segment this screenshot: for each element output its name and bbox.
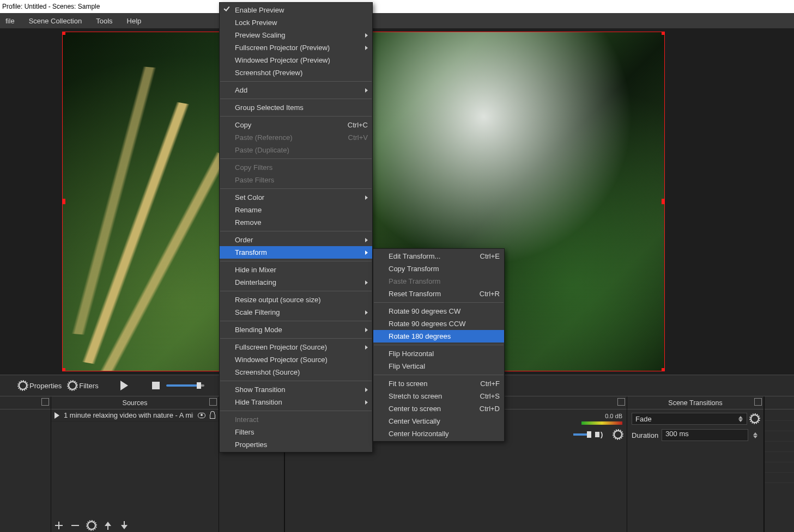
updown-icon[interactable] (751, 429, 759, 441)
separator (220, 321, 372, 321)
ctx-windowed-projector-preview[interactable]: Windowed Projector (Preview) (220, 54, 372, 66)
ctx-edit-transform[interactable]: Edit Transform...Ctrl+E (373, 250, 504, 262)
menu-profile[interactable]: file (0, 15, 20, 27)
popout-icon[interactable] (754, 398, 762, 406)
ctx-screenshot-preview[interactable]: Screenshot (Preview) (220, 66, 372, 79)
ctx-group-selected[interactable]: Group Selected Items (220, 101, 372, 114)
ctx-add[interactable]: Add (220, 84, 372, 96)
title-bar: Profile: Untitled - Scenes: Sample (0, 0, 794, 13)
panel-header (765, 396, 794, 409)
separator (220, 231, 372, 231)
ctx-fit-to-screen[interactable]: Fit to screenCtrl+F (373, 377, 504, 390)
ctx-flip-vertical[interactable]: Flip Vertical (373, 360, 504, 372)
resize-handle[interactable] (662, 368, 665, 371)
gear-icon[interactable] (87, 521, 96, 530)
menu-bar: file Scene Collection Tools Help (0, 13, 794, 28)
filters-label: Filters (79, 382, 98, 390)
slider-thumb[interactable] (587, 431, 591, 438)
resize-handle[interactable] (662, 32, 665, 35)
chevron-right-icon (365, 400, 368, 405)
popout-icon[interactable] (617, 398, 625, 406)
chevron-right-icon (365, 238, 368, 242)
source-tools (54, 521, 129, 530)
ctx-center-to-screen[interactable]: Center to screenCtrl+D (373, 402, 504, 415)
duration-input[interactable]: 300 ms (662, 429, 748, 441)
ctx-windowed-projector-source[interactable]: Windowed Projector (Source) (220, 353, 372, 366)
play-icon[interactable] (120, 381, 128, 390)
ctx-order[interactable]: Order (220, 234, 372, 246)
gear-icon[interactable] (750, 414, 759, 423)
ctx-properties[interactable]: Properties (220, 438, 372, 451)
source-item[interactable]: 1 minute relaxing video with nature - A … (51, 409, 219, 421)
speaker-icon[interactable] (595, 432, 599, 437)
panel-header: Scene Transitions (627, 396, 763, 409)
ctx-copy-filters: Copy Filters (220, 161, 372, 174)
popout-icon[interactable] (41, 398, 49, 406)
move-up-icon[interactable] (104, 521, 112, 530)
add-icon[interactable] (54, 521, 63, 530)
ctx-hide-in-mixer[interactable]: Hide in Mixer (220, 264, 372, 276)
ctx-copy-transform[interactable]: Copy Transform (373, 262, 504, 275)
ctx-fullscreen-projector-preview[interactable]: Fullscreen Projector (Preview) (220, 41, 372, 54)
ctx-center-horizontally[interactable]: Center Horizontally (373, 427, 504, 440)
resize-handle[interactable] (62, 368, 65, 371)
ctx-blending-mode[interactable]: Blending Mode (220, 323, 372, 336)
filters-button[interactable]: Filters (68, 381, 98, 390)
panel-header (0, 396, 51, 409)
ctx-stretch-to-screen[interactable]: Stretch to screenCtrl+S (373, 390, 504, 402)
ctx-reset-transform[interactable]: Reset TransformCtrl+R (373, 288, 504, 300)
duration-label: Duration (632, 431, 658, 439)
ctx-resize-output[interactable]: Resize output (source size) (220, 293, 372, 306)
ctx-rotate-90-ccw[interactable]: Rotate 90 degrees CCW (373, 317, 504, 330)
ctx-copy[interactable]: CopyCtrl+C (220, 119, 372, 131)
chevron-right-icon (365, 280, 368, 285)
resize-handle[interactable] (62, 32, 65, 35)
resize-handle[interactable] (662, 199, 665, 204)
move-down-icon[interactable] (120, 521, 129, 530)
lock-icon[interactable] (210, 414, 215, 419)
ctx-remove[interactable]: Remove (220, 216, 372, 229)
ctx-enable-preview[interactable]: Enable Preview (220, 4, 372, 16)
properties-button[interactable]: Properties (19, 381, 62, 390)
ctx-show-transition[interactable]: Show Transition (220, 383, 372, 396)
ctx-hide-transition[interactable]: Hide Transition (220, 396, 372, 408)
shortcut: Ctrl+R (469, 290, 500, 298)
ctx-scale-filtering[interactable]: Scale Filtering (220, 306, 372, 319)
ctx-rotate-90-cw[interactable]: Rotate 90 degrees CW (373, 305, 504, 317)
ctx-lock-preview[interactable]: Lock Preview (220, 16, 372, 29)
ctx-fullscreen-projector-source[interactable]: Fullscreen Projector (Source) (220, 341, 372, 353)
ctx-rotate-180[interactable]: Rotate 180 degrees (373, 330, 504, 343)
chevron-right-icon (365, 250, 368, 255)
ctx-deinterlacing[interactable]: Deinterlacing (220, 276, 372, 289)
chevron-right-icon (365, 195, 368, 200)
gear-icon[interactable] (614, 430, 622, 439)
transition-select[interactable]: Fade (632, 413, 747, 425)
seek-slider[interactable] (166, 384, 204, 387)
stop-icon[interactable] (152, 382, 160, 389)
remove-icon[interactable] (71, 521, 80, 530)
chevron-right-icon (365, 33, 368, 38)
visibility-icon[interactable] (198, 413, 205, 418)
separator (220, 338, 372, 339)
resize-handle[interactable] (62, 199, 65, 204)
separator (220, 188, 372, 189)
chevron-right-icon (365, 310, 368, 315)
ctx-preview-scaling[interactable]: Preview Scaling (220, 29, 372, 41)
menu-tools[interactable]: Tools (90, 15, 118, 27)
scene-transitions-panel: Scene Transitions Fade Duration 300 ms (627, 396, 764, 532)
slider-thumb[interactable] (197, 382, 201, 389)
volume-slider[interactable] (573, 433, 590, 436)
shortcut: Ctrl+E (469, 252, 500, 260)
ctx-transform[interactable]: Transform (220, 246, 372, 259)
ctx-rename[interactable]: Rename (220, 204, 372, 216)
menu-scene-collection[interactable]: Scene Collection (23, 15, 88, 27)
ctx-set-color[interactable]: Set Color (220, 191, 372, 204)
separator (220, 381, 372, 381)
ctx-center-vertically[interactable]: Center Vertically (373, 415, 504, 427)
ctx-flip-horizontal[interactable]: Flip Horizontal (373, 347, 504, 360)
menu-help[interactable]: Help (122, 15, 147, 27)
ctx-filters[interactable]: Filters (220, 426, 372, 438)
source-label: 1 minute relaxing video with nature - A … (64, 411, 193, 419)
ctx-screenshot-source[interactable]: Screenshot (Source) (220, 366, 372, 378)
popout-icon[interactable] (209, 398, 217, 406)
